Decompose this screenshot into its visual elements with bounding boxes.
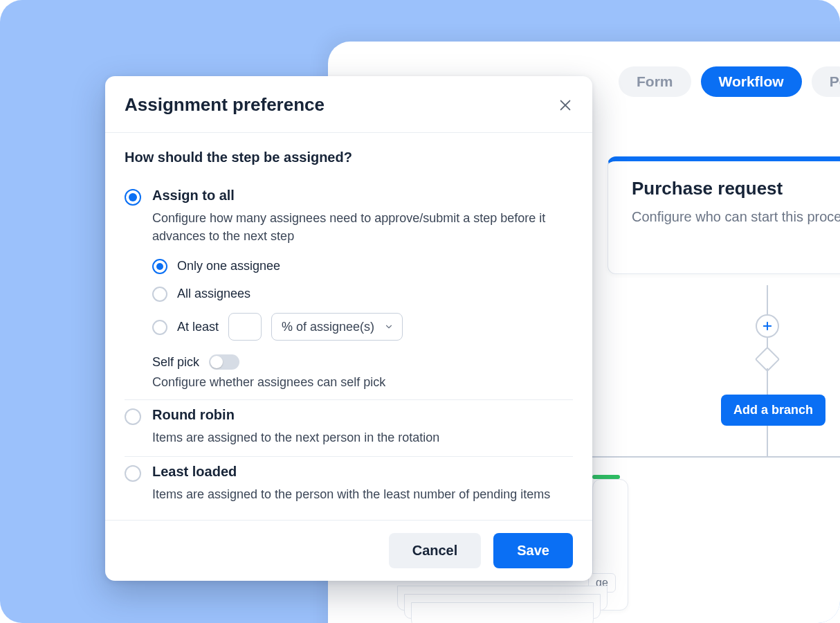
plus-icon [761,320,774,332]
workflow-card-title: Purchase request [632,178,837,199]
option-assign-to-all[interactable]: Assign to all Configure how many assigne… [125,181,573,399]
select-value: % of assignee(s) [282,320,374,334]
option-description: Configure how many assignees need to app… [152,209,573,245]
radio-least-loaded[interactable] [125,465,141,482]
cancel-button[interactable]: Cancel [389,533,482,568]
workflow-card-subtitle: Configure who can start this process [632,209,837,225]
radio-round-robin[interactable] [125,408,141,425]
radio-assign-to-all[interactable] [125,189,141,206]
option-description: Items are assigned to the person with th… [152,485,573,503]
suboption-at-least[interactable]: At least % of assignee(s) [152,313,573,341]
chevron-down-icon [384,322,394,332]
tab-workflow[interactable]: Workflow [701,66,802,97]
tab-form[interactable]: Form [619,66,691,97]
stacked-cards [392,595,613,623]
suboption-label: All assignees [177,287,250,301]
option-title: Least loaded [152,464,573,480]
tab-permissions[interactable]: Permissions [812,66,840,97]
option-body: Round robin Items are assigned to the ne… [152,407,573,446]
editor-tabs: Form Workflow Permissions [619,66,840,97]
radio-at-least[interactable] [152,320,167,335]
modal-question: How should the step be assigned? [125,150,573,165]
option-description: Items are assigned to the next person in… [152,428,573,446]
add-step-button[interactable] [756,314,779,338]
suboption-label: Only one assignee [177,259,280,273]
suboption-only-one[interactable]: Only one assignee [152,258,573,274]
assignment-preference-modal: Assignment preference How should the ste… [105,76,592,581]
modal-body: How should the step be assigned? Assign … [105,133,592,520]
stage: Form Workflow Permissions Purchase reque… [0,0,840,623]
save-button[interactable]: Save [493,533,573,568]
add-branch-button[interactable]: Add a branch [721,395,825,426]
close-icon[interactable] [558,98,573,113]
assign-all-suboptions: Only one assignee All assignees At least… [152,258,573,341]
self-pick-description: Configure whether assignees can self pic… [152,375,573,390]
option-body: Assign to all Configure how many assigne… [152,188,573,390]
option-least-loaded[interactable]: Least loaded Items are assigned to the p… [125,457,573,513]
at-least-unit-select[interactable]: % of assignee(s) [271,313,403,341]
connector-line [767,285,768,314]
modal-footer: Cancel Save [105,520,592,581]
radio-all-assignees[interactable] [152,287,167,302]
modal-title: Assignment preference [125,94,325,116]
workflow-start-card[interactable]: Purchase request Configure who can start… [608,156,840,274]
self-pick-section: Self pick Configure whether assignees ca… [152,354,573,390]
radio-only-one-assignee[interactable] [152,259,167,274]
modal-header: Assignment preference [105,76,592,133]
self-pick-label: Self pick [152,355,199,370]
option-title: Assign to all [152,188,573,204]
suboption-label: At least [177,320,219,334]
at-least-value-input[interactable] [228,313,262,341]
option-title: Round robin [152,407,573,423]
self-pick-toggle[interactable] [209,354,239,370]
suboption-all-assignees[interactable]: All assignees [152,285,573,302]
option-body: Least loaded Items are assigned to the p… [152,464,573,503]
option-round-robin[interactable]: Round robin Items are assigned to the ne… [125,400,573,456]
